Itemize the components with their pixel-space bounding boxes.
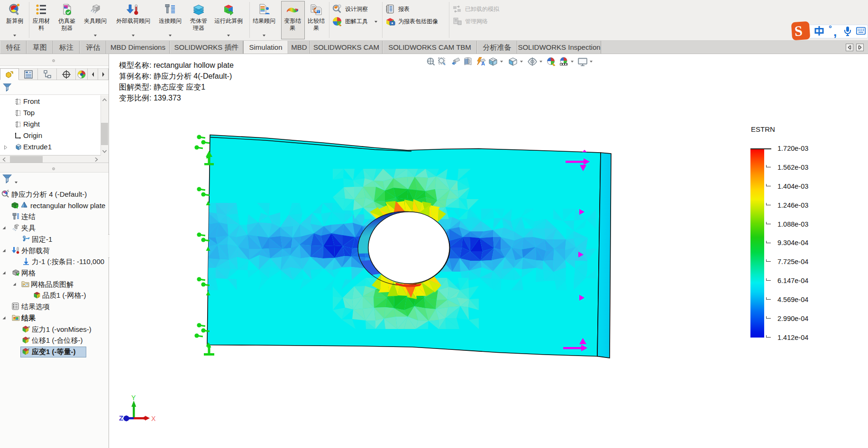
svg-text:X: X <box>151 415 156 422</box>
svg-text:Z: Z <box>119 414 123 422</box>
svg-text:Y: Y <box>131 394 136 402</box>
